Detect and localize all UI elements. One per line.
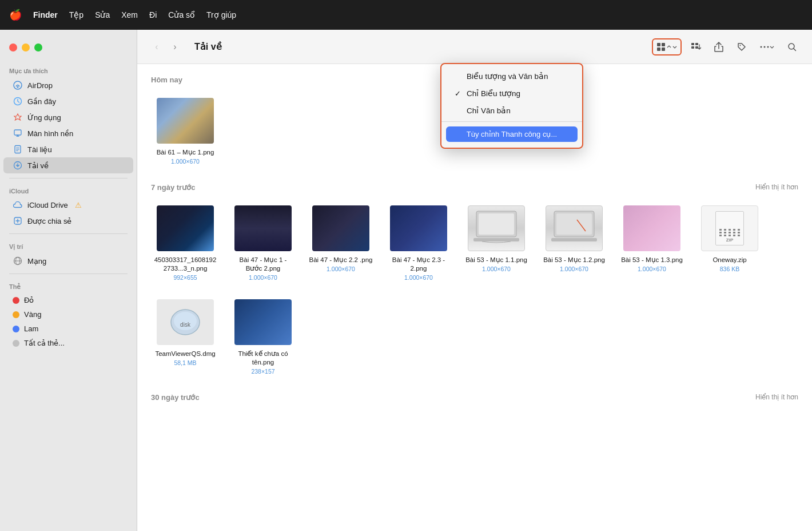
file-size: 1.000×670	[560, 266, 588, 272]
toolbar-title: Tải về	[194, 41, 222, 52]
view-toggle-button[interactable]	[652, 38, 682, 56]
file-item[interactable]: Bài 61 – Mục 1.png 1.000×670	[151, 93, 220, 169]
group-icon	[691, 42, 701, 51]
sidebar-item-documents[interactable]: Tài liệu	[3, 141, 133, 157]
file-item[interactable]: Bài 47 - Mục 2.3 - 2.png 1.000×670	[384, 201, 453, 286]
nav-buttons: ‹ ›	[149, 39, 183, 55]
menu-window[interactable]: Cửa sổ	[168, 10, 195, 19]
file-item[interactable]: Thiết kế chưa có tên.png 238×157	[229, 295, 297, 379]
yellow-tag-dot	[13, 311, 19, 318]
tag-icon	[737, 42, 746, 51]
section-title-7days: 7 ngày trước	[151, 183, 195, 192]
sidebar-divider-1	[9, 178, 128, 179]
search-button[interactable]	[783, 38, 801, 56]
icloud-section-label: iCloud	[0, 183, 137, 197]
svg-rect-14	[695, 43, 698, 45]
sidebar-item-airdrop[interactable]: AirDrop	[3, 77, 133, 93]
sidebar-divider-2	[9, 233, 128, 234]
file-name: 450303317_16081922733...3_n.png	[153, 256, 217, 273]
close-button[interactable]	[9, 43, 17, 51]
file-thumbnail	[157, 205, 214, 251]
menu-view[interactable]: Xem	[121, 10, 138, 19]
file-size: 992×655	[173, 274, 197, 281]
svg-rect-24	[473, 238, 519, 241]
minimize-button[interactable]	[22, 43, 30, 51]
sidebar-item-desktop[interactable]: Màn hình nền	[3, 125, 133, 141]
file-item[interactable]: disk TeamViewerQS.dmg 58,1 MB	[151, 295, 220, 379]
share-button[interactable]	[710, 38, 727, 56]
menu-file[interactable]: Tệp	[69, 10, 83, 19]
network-label: Mạng	[27, 257, 46, 266]
sidebar-item-tag-red[interactable]: Đỏ	[3, 293, 133, 307]
group-by-button[interactable]	[687, 38, 704, 56]
dropdown-text-only[interactable]: Chỉ Văn bản	[441, 102, 582, 119]
sidebar-item-network[interactable]: Mạng	[3, 253, 133, 269]
file-thumbnail: ZIP	[701, 205, 758, 251]
sidebar-item-tag-blue[interactable]: Lam	[3, 322, 133, 336]
desktop-label: Màn hình nền	[27, 129, 73, 138]
downloads-label: Tải về	[27, 161, 49, 170]
file-thumbnail	[623, 205, 680, 251]
svg-point-20	[767, 46, 769, 47]
sidebar-item-recent[interactable]: Gần đây	[3, 93, 133, 109]
sidebar-item-tag-yellow[interactable]: Vàng	[3, 307, 133, 322]
apple-menu[interactable]: 🍎	[9, 9, 22, 21]
section-header-30days: 30 ngày trước Hiển thị ít hơn	[151, 393, 798, 402]
dropdown-icon-and-text[interactable]: Biểu tượng và Văn bản	[441, 68, 582, 85]
back-button[interactable]: ‹	[149, 39, 165, 55]
svg-rect-12	[662, 47, 665, 51]
tag-button[interactable]	[733, 38, 750, 56]
dmg-icon-svg: disk	[168, 305, 202, 339]
more-button[interactable]	[756, 38, 778, 56]
laptop-svg	[471, 208, 522, 248]
file-size: 238×157	[251, 368, 274, 375]
section-title-30days: 30 ngày trước	[151, 393, 200, 402]
share-icon	[714, 42, 723, 52]
customize-toolbar-button[interactable]: Tùy chỉnh Thanh công cụ...	[446, 126, 578, 142]
sidebar-item-shared[interactable]: Được chia sẻ	[3, 213, 133, 229]
svg-point-18	[761, 46, 762, 47]
recent-icon	[13, 96, 23, 106]
red-tag-label: Đỏ	[24, 296, 34, 304]
svg-rect-13	[691, 43, 694, 45]
file-name: Bài 61 – Mục 1.png	[157, 148, 214, 157]
svg-point-19	[764, 46, 766, 47]
file-thumbnail	[546, 205, 603, 251]
sidebar-item-icloud-drive[interactable]: iCloud Drive ⚠	[3, 197, 133, 213]
maximize-button[interactable]	[34, 43, 42, 51]
file-item[interactable]: Bài 53 - Mục 1.1.png 1.000×670	[462, 201, 531, 286]
sidebar-item-apps[interactable]: Ứng dụng	[3, 109, 133, 125]
view-options-dropdown: Biểu tượng và Văn bản ✓ Chỉ Biểu tượng C…	[440, 63, 583, 149]
menu-go[interactable]: Đi	[149, 10, 157, 19]
section-header-7days: 7 ngày trước Hiển thị ít hơn	[151, 183, 798, 192]
file-name: Bài 47 - Mục 2.2 .png	[309, 256, 373, 264]
menu-edit[interactable]: Sửa	[95, 10, 110, 19]
section-toggle-30days[interactable]: Hiển thị ít hơn	[755, 393, 798, 401]
section-toggle-7days[interactable]: Hiển thị ít hơn	[755, 183, 798, 191]
dropdown-icon-only[interactable]: ✓ Chỉ Biểu tượng	[441, 85, 582, 102]
file-item[interactable]: Bài 47 - Mục 2.2 .png 1.000×670	[307, 201, 375, 286]
traffic-lights	[0, 39, 137, 63]
file-item[interactable]: Bài 53 - Mục 1.3.png 1.000×670	[618, 201, 686, 286]
file-item[interactable]: Bài 47 - Mục 1 - Bước 2.png 1.000×670	[229, 201, 297, 286]
sidebar-item-tag-all[interactable]: Tất cả thẻ...	[3, 336, 133, 350]
view-options-container	[652, 38, 682, 56]
file-name: Thiết kế chưa có tên.png	[231, 350, 295, 367]
file-item[interactable]: Bài 53 - Mục 1.2.png 1.000×670	[540, 201, 608, 286]
menubar: 🍎 Finder Tệp Sửa Xem Đi Cửa sổ Trợ giúp	[0, 0, 812, 30]
grid-icon	[656, 42, 666, 51]
recent-label: Gần đây	[27, 97, 56, 106]
file-name: Bài 53 - Mục 1.3.png	[621, 256, 683, 264]
menu-help[interactable]: Trợ giúp	[206, 10, 236, 19]
file-thumbnail	[390, 205, 447, 251]
menu-finder[interactable]: Finder	[33, 10, 58, 19]
search-icon	[787, 42, 797, 51]
laptop-svg-2	[548, 208, 600, 248]
all-tags-dot	[13, 340, 19, 347]
shared-icon	[13, 216, 23, 226]
file-item[interactable]: ZIP Oneway.zip 836 KB	[695, 201, 764, 286]
sidebar-item-downloads[interactable]: Tải về	[3, 157, 133, 173]
forward-button[interactable]: ›	[167, 39, 183, 55]
svg-rect-3	[14, 130, 21, 135]
file-item[interactable]: 450303317_16081922733...3_n.png 992×655	[151, 201, 220, 286]
